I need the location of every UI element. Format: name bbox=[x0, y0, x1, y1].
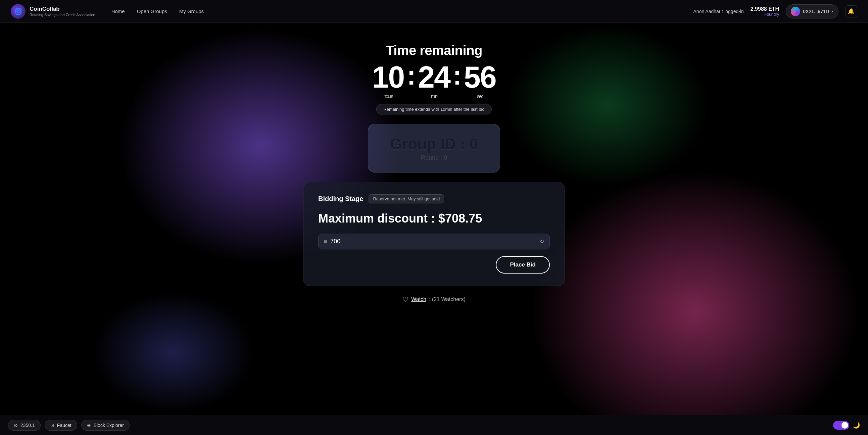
wallet-avatar bbox=[791, 7, 800, 16]
footer-toggle: 🌙 bbox=[833, 421, 860, 430]
group-card: Group ID : 0 Round : 0 bbox=[368, 124, 500, 173]
watch-row[interactable]: ♡ Watch : (21 Watchers) bbox=[402, 296, 466, 304]
place-bid-button[interactable]: Place Bid bbox=[496, 256, 550, 274]
notifications-button[interactable]: 🔔 bbox=[845, 5, 857, 18]
brand-name: CoinCollab bbox=[30, 6, 95, 12]
footer-faucet-pill[interactable]: ⊡ Faucet bbox=[44, 420, 77, 431]
timer-seconds-label: sec bbox=[477, 94, 483, 99]
footer-balance-pill[interactable]: ⊙ 2350.1 bbox=[8, 420, 41, 431]
search-icon: ⊕ bbox=[87, 423, 91, 428]
footer-balance-label: 2350.1 bbox=[21, 423, 35, 428]
timer-seconds: 56 bbox=[464, 62, 496, 92]
nav-open-groups[interactable]: Open Groups bbox=[137, 8, 167, 14]
nav-balance: 2.9988 ETH Foundry bbox=[750, 6, 779, 17]
bid-input-row[interactable]: ≡ ↻ bbox=[318, 234, 550, 249]
group-id: Group ID : 0 bbox=[390, 135, 478, 153]
chevron-down-icon: ▾ bbox=[832, 9, 833, 13]
timer-minutes-unit: 24 min bbox=[418, 62, 450, 99]
timer-note: Remaining time extends with 10min after … bbox=[376, 104, 491, 115]
timer-digits: 10 hours : 24 min : 56 sec bbox=[372, 62, 496, 99]
timer-minutes-label: min bbox=[431, 94, 437, 99]
brand-logo: 🌀 bbox=[11, 4, 26, 19]
bidding-discount: Maximum discount : $708.75 bbox=[318, 212, 550, 225]
timer-seconds-unit: 56 sec bbox=[464, 62, 496, 99]
bid-input-icon: ≡ bbox=[324, 239, 327, 245]
theme-toggle[interactable] bbox=[833, 421, 849, 430]
brand-text: CoinCollab Rotating Savings and Credit A… bbox=[30, 6, 95, 17]
timer-colon-1: : bbox=[407, 62, 415, 89]
nav-wallet-button[interactable]: 0X21...971D ▾ bbox=[786, 4, 838, 19]
bidding-stage-label: Bidding Stage bbox=[318, 195, 363, 203]
bidding-header: Bidding Stage Reserve not met. May still… bbox=[318, 194, 550, 204]
bidding-discount-prefix: Maximum discount : bbox=[318, 212, 438, 225]
brand-tagline: Rotating Savings and Credit Association bbox=[30, 13, 95, 17]
timer-hours-label: hours bbox=[383, 94, 393, 99]
timer-minutes: 24 bbox=[418, 62, 450, 92]
toggle-knob bbox=[841, 422, 848, 429]
balance-icon: ⊙ bbox=[14, 423, 18, 428]
timer-hours: 10 bbox=[372, 62, 404, 92]
footer-explorer-pill[interactable]: ⊕ Block Explorer bbox=[81, 420, 130, 431]
bid-input[interactable] bbox=[330, 238, 540, 245]
watch-link[interactable]: Watch bbox=[411, 297, 426, 303]
nav-my-groups[interactable]: My Groups bbox=[179, 8, 204, 14]
nav-balance-network: Foundry bbox=[750, 12, 779, 17]
moon-icon: 🌙 bbox=[852, 422, 860, 429]
bell-icon: 🔔 bbox=[848, 8, 855, 14]
timer-colon-2: : bbox=[453, 62, 461, 89]
hero-section: Time remaining 10 hours : 24 min : 56 se… bbox=[0, 23, 868, 435]
faucet-icon: ⊡ bbox=[50, 423, 54, 428]
nav-user-status: Anon Aadhar : logged-in bbox=[693, 9, 744, 14]
timer-title: Time remaining bbox=[372, 43, 496, 58]
nav-right: Anon Aadhar : logged-in 2.9988 ETH Found… bbox=[693, 4, 857, 19]
heart-icon: ♡ bbox=[402, 296, 408, 304]
bid-refresh-button[interactable]: ↻ bbox=[540, 238, 544, 245]
group-round: Round : 0 bbox=[390, 154, 478, 161]
bidding-discount-value: $708.75 bbox=[438, 212, 482, 225]
footer-bar: ⊙ 2350.1 ⊡ Faucet ⊕ Block Explorer 🌙 bbox=[0, 415, 868, 435]
nav-balance-amount: 2.9988 ETH bbox=[750, 6, 779, 12]
footer-faucet-label: Faucet bbox=[57, 423, 71, 428]
watchers-count: : (21 Watchers) bbox=[429, 297, 466, 303]
bidding-panel: Bidding Stage Reserve not met. May still… bbox=[303, 182, 565, 286]
footer-explorer-label: Block Explorer bbox=[94, 423, 124, 428]
navbar: 🌀 CoinCollab Rotating Savings and Credit… bbox=[0, 0, 868, 23]
timer-hours-unit: 10 hours bbox=[372, 62, 404, 99]
timer-section: Time remaining 10 hours : 24 min : 56 se… bbox=[372, 23, 496, 115]
wallet-address: 0X21...971D bbox=[803, 9, 829, 14]
nav-links: Home Open Groups My Groups bbox=[112, 8, 693, 14]
bidding-status-badge: Reserve not met. May still get sold bbox=[369, 194, 444, 204]
logo-icon: 🌀 bbox=[14, 7, 23, 15]
nav-home[interactable]: Home bbox=[112, 8, 125, 14]
brand: 🌀 CoinCollab Rotating Savings and Credit… bbox=[11, 4, 95, 19]
